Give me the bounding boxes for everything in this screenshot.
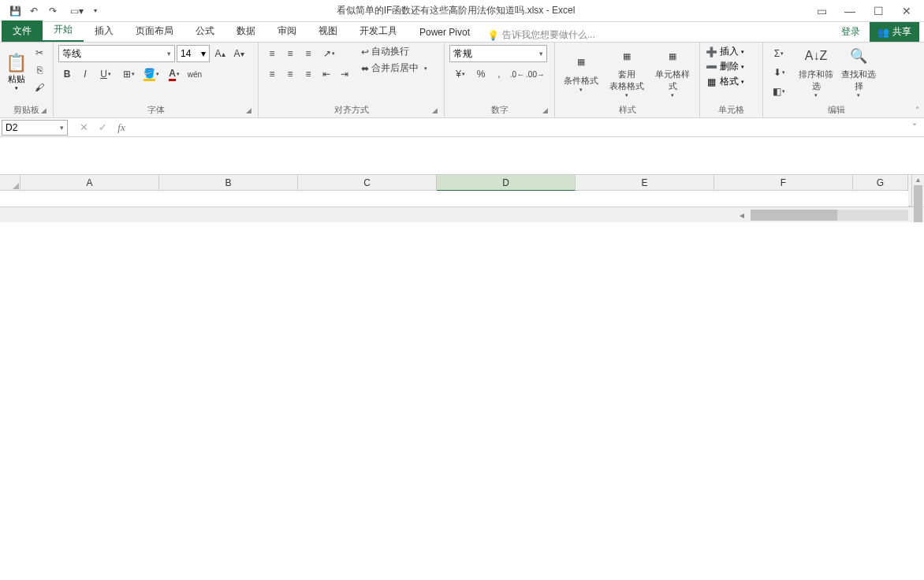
tab-home[interactable]: 开始 xyxy=(43,19,84,42)
delete-cells-button[interactable]: ➖删除 ▾ xyxy=(705,60,744,73)
vertical-scrollbar[interactable]: ▴ xyxy=(911,175,924,206)
decrease-indent-button[interactable]: ⇤ xyxy=(318,65,335,83)
wrap-text-button[interactable]: ↩自动换行 xyxy=(361,45,427,58)
enter-formula-button[interactable]: ✓ xyxy=(93,120,112,136)
delete-icon: ➖ xyxy=(705,61,717,73)
clear-button[interactable]: ◧▾ xyxy=(768,83,790,100)
cell-styles-button[interactable]: ▦ 单元格样式 ▾ xyxy=(651,45,694,99)
format-cells-button[interactable]: ▦格式 ▾ xyxy=(705,75,744,88)
align-top-button[interactable]: ≡ xyxy=(263,45,281,62)
column-header[interactable]: A xyxy=(20,175,159,191)
conditional-formatting-button[interactable]: ▦ 条件格式 ▾ xyxy=(560,45,602,99)
collapse-ribbon-button[interactable]: ˄ xyxy=(910,43,924,117)
cut-button[interactable]: ✂ xyxy=(31,45,48,61)
tab-data[interactable]: 数据 xyxy=(225,20,266,42)
maximize-icon[interactable]: ☐ xyxy=(864,2,892,20)
column-header[interactable]: F xyxy=(714,175,853,191)
select-all-corner[interactable] xyxy=(0,175,20,191)
qat-customize-icon[interactable]: ▭▾ xyxy=(68,2,85,20)
cond-format-icon: ▦ xyxy=(570,51,592,73)
format-painter-button[interactable]: 🖌 xyxy=(31,80,48,95)
scroll-left-button[interactable]: ◂ xyxy=(735,210,749,221)
align-middle-button[interactable]: ≡ xyxy=(281,45,299,62)
accounting-format-button[interactable]: ¥▾ xyxy=(449,65,471,83)
tab-review[interactable]: 审阅 xyxy=(266,20,307,42)
alignment-dialog-launcher[interactable]: ◢ xyxy=(430,106,439,116)
window-title: 看似简单的IF函数还有这些高阶用法你知道吗.xlsx - Excel xyxy=(104,4,807,17)
clipboard-dialog-launcher[interactable]: ◢ xyxy=(39,106,48,116)
eraser-icon: ◧ xyxy=(773,86,781,97)
phonetic-button[interactable]: wén xyxy=(186,65,203,83)
format-as-table-button[interactable]: ▦ 套用 表格格式 ▾ xyxy=(605,45,648,99)
cancel-formula-button[interactable]: ✕ xyxy=(74,120,93,136)
orientation-button[interactable]: ↗▾ xyxy=(318,45,340,62)
bucket-icon: 🪣 xyxy=(143,68,155,81)
number-dialog-launcher[interactable]: ◢ xyxy=(540,106,550,116)
qat-more-icon[interactable]: ▾ xyxy=(87,2,104,20)
share-button[interactable]: 👥 共享 xyxy=(870,22,919,42)
bold-button[interactable]: B xyxy=(58,65,76,83)
fill-color-button[interactable]: 🪣▾ xyxy=(140,65,162,83)
qat-redo-icon[interactable]: ↷ xyxy=(44,2,61,20)
name-box[interactable]: D2▾ xyxy=(2,120,68,136)
insert-icon: ➕ xyxy=(705,46,717,58)
font-size-select[interactable]: 14▾ xyxy=(177,45,210,62)
column-header[interactable]: E xyxy=(576,175,714,191)
font-name-select[interactable]: 等线▾ xyxy=(58,45,175,62)
table-icon: ▦ xyxy=(616,45,638,67)
italic-button[interactable]: I xyxy=(76,65,94,83)
close-icon[interactable]: ✕ xyxy=(892,2,921,20)
border-button[interactable]: ⊞▾ xyxy=(117,65,140,83)
sort-filter-button[interactable]: A↓Z 排序和筛选 ▾ xyxy=(795,45,837,99)
tab-file[interactable]: 文件 xyxy=(2,20,43,42)
minimize-icon[interactable]: — xyxy=(836,2,864,20)
tab-developer[interactable]: 开发工具 xyxy=(348,20,408,42)
comma-format-button[interactable]: , xyxy=(490,65,508,83)
autosum-button[interactable]: Σ▾ xyxy=(768,45,790,62)
find-select-button[interactable]: 🔍 查找和选择 ▾ xyxy=(837,45,880,99)
tab-view[interactable]: 视图 xyxy=(307,20,348,42)
column-header[interactable]: G xyxy=(853,175,908,191)
tab-formulas[interactable]: 公式 xyxy=(184,20,225,42)
tab-power-pivot[interactable]: Power Pivot xyxy=(408,23,481,42)
increase-indent-button[interactable]: ⇥ xyxy=(336,65,353,83)
qat-undo-icon[interactable]: ↶ xyxy=(25,2,43,20)
horizontal-scrollbar[interactable] xyxy=(751,210,908,221)
align-right-button[interactable]: ≡ xyxy=(300,65,317,83)
border-icon: ⊞ xyxy=(123,69,131,80)
formula-bar[interactable] xyxy=(134,120,907,136)
merge-center-button[interactable]: ⬌合并后居中▾ xyxy=(361,61,427,75)
cell-style-icon: ▦ xyxy=(661,45,684,67)
insert-function-button[interactable]: fx xyxy=(112,120,131,136)
percent-format-button[interactable]: % xyxy=(472,65,490,83)
column-header[interactable]: D xyxy=(437,175,576,191)
column-header[interactable]: B xyxy=(159,175,298,191)
share-icon: 👥 xyxy=(877,27,889,38)
copy-button[interactable]: ⎘ xyxy=(31,62,48,78)
increase-font-button[interactable]: A▴ xyxy=(211,45,229,62)
number-format-select[interactable]: 常规▾ xyxy=(449,45,547,62)
underline-button[interactable]: U▾ xyxy=(95,65,117,83)
tell-me-search[interactable]: 💡 告诉我您想要做什么... xyxy=(487,28,595,42)
align-bottom-button[interactable]: ≡ xyxy=(300,45,317,62)
paste-button[interactable]: 📋 粘贴 ▾ xyxy=(5,45,28,99)
decrease-decimal-button[interactable]: .00→ xyxy=(527,65,544,83)
tab-page-layout[interactable]: 页面布局 xyxy=(125,20,184,42)
column-header[interactable]: C xyxy=(298,175,437,191)
format-icon: ▦ xyxy=(705,76,717,88)
scissors-icon: ✂ xyxy=(35,47,43,58)
font-color-button[interactable]: A▾ xyxy=(163,65,185,83)
brush-icon: 🖌 xyxy=(35,82,44,93)
font-dialog-launcher[interactable]: ◢ xyxy=(244,106,253,116)
align-left-button[interactable]: ≡ xyxy=(263,65,281,83)
login-link[interactable]: 登录 xyxy=(841,25,860,39)
align-center-button[interactable]: ≡ xyxy=(281,65,299,83)
ribbon-display-icon[interactable]: ▭ xyxy=(807,2,836,20)
expand-formula-bar-button[interactable]: ˅ xyxy=(907,122,922,133)
insert-cells-button[interactable]: ➕插入 ▾ xyxy=(705,45,744,58)
increase-decimal-button[interactable]: .0← xyxy=(509,65,526,83)
tab-insert[interactable]: 插入 xyxy=(84,20,125,42)
qat-save-icon[interactable]: 💾 xyxy=(6,2,24,20)
fill-button[interactable]: ⬇▾ xyxy=(768,64,790,81)
decrease-font-button[interactable]: A▾ xyxy=(230,45,248,62)
